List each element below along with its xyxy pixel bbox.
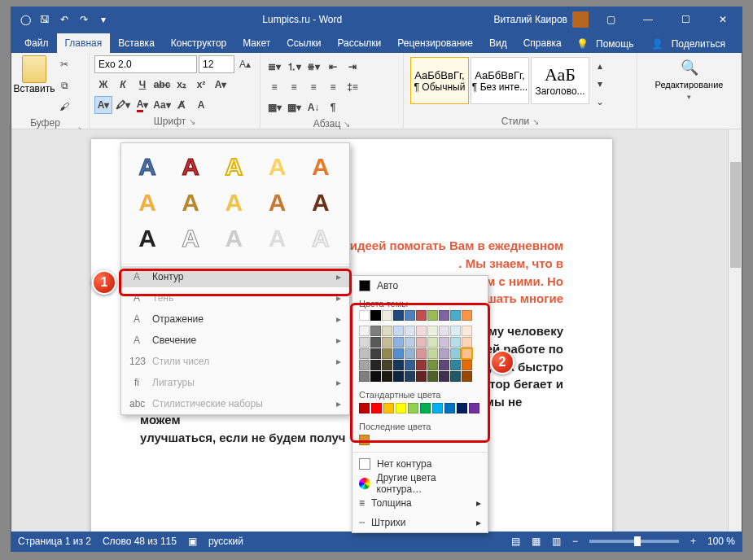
color-swatch[interactable] [396, 403, 406, 413]
status-page[interactable]: Страница 1 из 2 [18, 536, 91, 547]
tab-mailings[interactable]: Рассылки [329, 33, 389, 53]
grow-font-icon[interactable]: A▴ [236, 55, 254, 73]
paragraph-launcher-icon[interactable]: ↘ [344, 120, 350, 129]
effect-preset[interactable]: A [260, 187, 296, 218]
effect-preset[interactable]: A [303, 151, 339, 182]
cut-icon[interactable]: ✂ [55, 55, 73, 73]
color-swatch[interactable] [370, 337, 381, 348]
effect-preset[interactable]: A [216, 187, 252, 218]
styles-more-icon[interactable]: ⌄ [591, 93, 609, 111]
shrink-font-icon[interactable]: A▾ [212, 76, 230, 94]
ribbon-options-icon[interactable]: ▢ [592, 7, 629, 32]
color-swatch[interactable] [416, 371, 427, 382]
color-swatch[interactable] [439, 310, 449, 321]
align-left-button[interactable]: ≡ [265, 78, 283, 96]
scroll-thumb[interactable] [730, 162, 741, 268]
color-swatch[interactable] [427, 337, 438, 348]
align-right-button[interactable]: ≡ [304, 78, 322, 96]
tab-review[interactable]: Рецензирование [389, 33, 481, 53]
color-swatch[interactable] [420, 403, 431, 413]
zoom-out-icon[interactable]: − [572, 536, 578, 547]
color-swatch[interactable] [469, 403, 479, 413]
zoom-slider[interactable] [589, 540, 679, 543]
outline-none[interactable]: Нет контура [352, 454, 488, 474]
tab-help[interactable]: Справка [515, 33, 570, 53]
color-swatch[interactable] [416, 348, 427, 359]
color-swatch[interactable] [439, 337, 449, 348]
color-swatch[interactable] [432, 403, 443, 413]
font-name-combo[interactable]: Exo 2.0 [94, 55, 197, 73]
color-swatch[interactable] [450, 310, 461, 321]
zoom-in-icon[interactable]: + [690, 536, 696, 547]
color-swatch[interactable] [382, 371, 392, 382]
outline-weight[interactable]: ≡ Толщина ▸ [352, 493, 488, 513]
italic-button[interactable]: К [114, 76, 132, 94]
tab-home[interactable]: Главная [57, 33, 111, 53]
color-swatch[interactable] [393, 371, 404, 382]
color-swatch[interactable] [383, 403, 394, 413]
decrease-indent-button[interactable]: ⇤ [324, 58, 342, 76]
effect-preset[interactable]: A [303, 187, 339, 218]
color-swatch[interactable] [457, 403, 467, 413]
highlight-button[interactable]: 🖍▾ [114, 96, 132, 114]
bullets-button[interactable]: ≣▾ [265, 58, 283, 76]
style-heading[interactable]: АаБ Заголово... [531, 57, 589, 104]
effect-preset[interactable]: A [216, 151, 252, 182]
format-painter-icon[interactable]: 🖌 [55, 98, 73, 116]
effect-preset[interactable]: A [173, 151, 208, 182]
color-swatch[interactable] [462, 371, 472, 382]
increase-indent-button[interactable]: ⇥ [344, 58, 361, 76]
multilevel-button[interactable]: ⧻▾ [304, 58, 322, 76]
view-read-icon[interactable]: ▤ [511, 536, 520, 547]
color-swatch[interactable] [427, 348, 438, 359]
color-swatch[interactable] [416, 326, 427, 336]
color-swatch[interactable] [359, 348, 370, 359]
menu-reflection[interactable]: A Отражение ▸ [121, 308, 349, 330]
color-swatch[interactable] [371, 403, 382, 413]
tab-view[interactable]: Вид [481, 33, 515, 53]
color-swatch[interactable] [439, 371, 449, 382]
color-swatch[interactable] [416, 360, 427, 370]
spellcheck-icon[interactable]: ▣ [188, 536, 197, 547]
subscript-button[interactable]: x₂ [173, 76, 190, 94]
effect-preset[interactable]: A [129, 187, 165, 218]
color-swatch[interactable] [405, 360, 415, 370]
share-button[interactable]: 👤 Поделиться [646, 35, 735, 53]
justify-button[interactable]: ≡ [324, 78, 342, 96]
color-swatch[interactable] [393, 326, 404, 336]
color-swatch[interactable] [427, 360, 438, 370]
view-print-icon[interactable]: ▦ [532, 536, 541, 547]
effect-preset[interactable]: A [173, 223, 208, 254]
style-normal[interactable]: АаБбВвГг, ¶ Обычный [410, 57, 469, 104]
redo-icon[interactable]: ↷ [77, 12, 91, 27]
tell-me[interactable]: 💡 Помощь [571, 35, 644, 53]
color-swatch[interactable] [382, 348, 392, 359]
paste-button[interactable]: Вставить [16, 55, 52, 116]
color-swatch[interactable] [370, 348, 381, 359]
find-icon[interactable]: 🔍 [681, 59, 698, 77]
menu-stylistic-sets[interactable]: abc Стилистические наборы ▸ [121, 393, 349, 414]
menu-number-styles[interactable]: 123 Стили чисел ▸ [121, 351, 349, 372]
color-swatch[interactable] [382, 326, 392, 336]
style-nospacing[interactable]: АаБбВвГг, ¶ Без инте... [471, 57, 529, 104]
view-web-icon[interactable]: ▥ [552, 536, 561, 547]
color-swatch[interactable] [359, 403, 370, 413]
color-swatch[interactable] [416, 337, 427, 348]
color-swatch[interactable] [370, 371, 381, 382]
color-swatch[interactable] [462, 337, 472, 348]
copy-icon[interactable]: ⧉ [55, 77, 73, 94]
sort-button[interactable]: A↓ [304, 98, 322, 116]
color-swatch[interactable] [462, 360, 472, 370]
outline-auto[interactable]: Авто [352, 276, 488, 295]
menu-shadow[interactable]: A Тень ▸ [121, 287, 349, 308]
styles-launcher-icon[interactable]: ↘ [532, 117, 539, 126]
status-words[interactable]: Слово 48 из 115 [103, 536, 177, 547]
underline-button[interactable]: Ч [134, 76, 151, 94]
avatar[interactable] [572, 11, 589, 28]
shading-button[interactable]: ▦▾ [265, 98, 283, 116]
undo-icon[interactable]: ↶ [57, 12, 72, 27]
change-case-button[interactable]: Aa▾ [153, 96, 171, 114]
color-swatch[interactable] [462, 310, 472, 321]
tab-insert[interactable]: Вставка [110, 33, 163, 53]
color-swatch[interactable] [405, 371, 415, 382]
